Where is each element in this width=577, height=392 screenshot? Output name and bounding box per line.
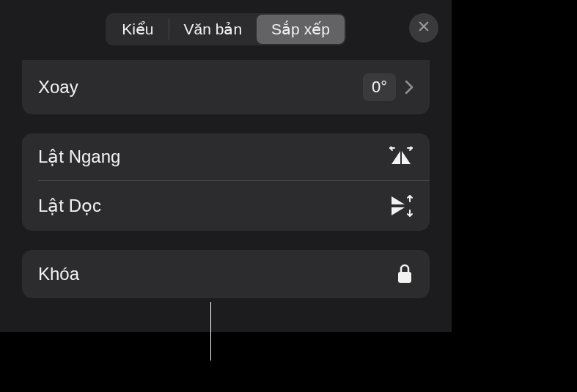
flip-horizontal-row[interactable]: Lật Ngang — [22, 133, 430, 180]
close-button[interactable] — [409, 13, 438, 42]
tab-arrange[interactable]: Sắp xếp — [257, 15, 345, 44]
chevron-right-icon — [405, 80, 414, 95]
panel-content: Xoay 0° Lật Ngang — [0, 60, 452, 332]
lock-row[interactable]: Khóa — [22, 250, 430, 298]
flip-vertical-icon — [389, 194, 414, 218]
callout-line — [210, 302, 211, 360]
lock-icon — [396, 263, 414, 285]
flip-vertical-label: Lật Dọc — [38, 196, 101, 216]
svg-rect-10 — [398, 272, 411, 283]
flip-horizontal-label: Lật Ngang — [38, 147, 120, 167]
rotate-row[interactable]: Xoay 0° — [22, 60, 430, 114]
svg-marker-2 — [392, 151, 400, 164]
format-panel: Kiểu Văn bản Sắp xếp Xoay 0° — [0, 0, 452, 332]
tab-style[interactable]: Kiểu — [107, 15, 168, 44]
svg-marker-7 — [392, 207, 405, 215]
close-icon — [417, 20, 430, 36]
rotate-right: 0° — [363, 73, 414, 101]
rotate-group: Xoay 0° — [22, 60, 430, 114]
rotate-label: Xoay — [38, 77, 78, 97]
flip-vertical-row[interactable]: Lật Dọc — [22, 181, 430, 231]
svg-marker-6 — [392, 196, 405, 204]
rotate-value: 0° — [363, 73, 396, 101]
svg-marker-3 — [402, 151, 411, 164]
lock-label: Khóa — [38, 264, 79, 284]
flip-group: Lật Ngang Lật Dọc — [22, 133, 430, 231]
tab-text[interactable]: Văn bản — [169, 15, 257, 44]
tab-group: Kiểu Văn bản Sắp xếp — [106, 13, 346, 45]
panel-header: Kiểu Văn bản Sắp xếp — [0, 0, 452, 60]
flip-horizontal-icon — [389, 147, 414, 167]
lock-group: Khóa — [22, 250, 430, 298]
